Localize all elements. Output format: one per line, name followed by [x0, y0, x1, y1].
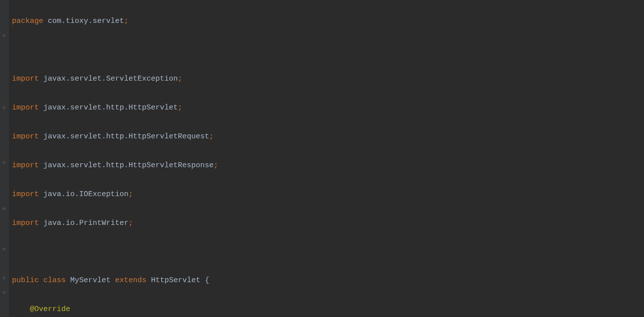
semicolon: ; — [178, 72, 182, 87]
semicolon: ; — [209, 130, 214, 144]
import-path: javax.servlet.http.HttpServletResponse — [39, 159, 214, 173]
fold-marker-icon[interactable]: ⊟ — [1, 207, 7, 212]
keyword: public — [12, 274, 39, 288]
import-path: java.io.IOException — [39, 188, 129, 202]
keyword: import — [12, 216, 39, 231]
code-line: import javax.servlet.http.HttpServlet; — [12, 101, 644, 115]
class-name: HttpServlet — [151, 274, 200, 288]
import-path: java.io.PrintWriter — [39, 216, 129, 231]
code-line: import javax.servlet.http.HttpServletReq… — [12, 130, 644, 144]
fold-marker-icon[interactable]: ⊟ — [1, 276, 7, 281]
fold-marker-icon[interactable]: ⊟ — [1, 33, 7, 39]
annotation: @Override — [30, 303, 70, 317]
import-path: javax.servlet.ServletException — [39, 72, 178, 87]
package-name: com.tioxy.servlet — [43, 14, 124, 29]
code-line: import java.io.PrintWriter; — [12, 216, 644, 231]
semicolon: ; — [178, 101, 182, 115]
fold-marker-icon[interactable]: ⊟ — [1, 290, 7, 296]
keyword: import — [12, 188, 39, 202]
keyword: import — [12, 159, 39, 173]
import-path: javax.servlet.http.HttpServletRequest — [39, 130, 209, 144]
code-line — [12, 245, 644, 259]
code-line: public class MyServlet extends HttpServl… — [12, 274, 644, 288]
code-editor[interactable]: package com.tioxy.servlet; import javax.… — [9, 0, 644, 317]
class-name: MyServlet — [70, 274, 111, 288]
keyword: package — [12, 14, 43, 29]
code-line: import javax.servlet.http.HttpServletRes… — [12, 159, 644, 173]
code-line: package com.tioxy.servlet; — [12, 14, 644, 29]
keyword: class — [43, 274, 66, 288]
semicolon: ; — [129, 216, 133, 231]
code-line: @Override — [12, 303, 644, 317]
editor-gutter: ⊟ ⊟ ⊟ ⊟ ⊟ ⊟ ⊟ — [0, 0, 9, 317]
code-line: import java.io.IOException; — [12, 188, 644, 202]
fold-marker-icon[interactable]: ⊟ — [1, 106, 7, 111]
keyword: import — [12, 130, 39, 144]
fold-marker-icon[interactable]: ⊟ — [1, 160, 7, 166]
code-line: import javax.servlet.ServletException; — [12, 72, 644, 87]
code-line — [12, 43, 644, 58]
brace: { — [205, 274, 209, 288]
keyword: import — [12, 72, 39, 87]
keyword: import — [12, 101, 39, 115]
fold-marker-icon[interactable]: ⊟ — [1, 247, 7, 252]
semicolon: ; — [124, 14, 129, 29]
keyword: extends — [115, 274, 146, 288]
import-path: javax.servlet.http.HttpServlet — [39, 101, 178, 115]
semicolon: ; — [214, 159, 218, 173]
semicolon: ; — [129, 188, 133, 202]
